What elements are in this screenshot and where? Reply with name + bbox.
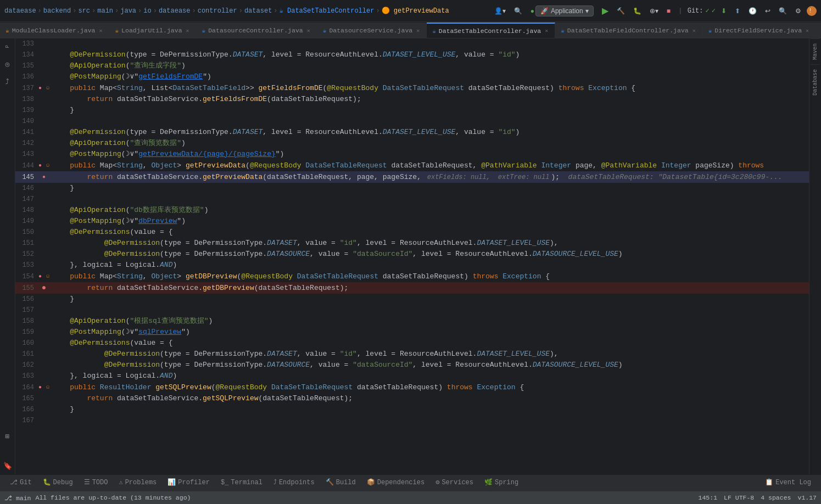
run-button[interactable]: ▶: [599, 4, 611, 17]
todo-tool-tab[interactable]: ☰ TODO: [79, 475, 114, 491]
bc-io[interactable]: io: [143, 7, 151, 15]
services-tool-tab[interactable]: ⚙ Services: [430, 475, 479, 491]
line-endings[interactable]: LF UTF-8: [724, 494, 754, 501]
version-info[interactable]: v1.17: [797, 494, 817, 501]
build-tool-tab[interactable]: 🔨 Build: [320, 475, 361, 491]
tab-close4[interactable]: ✕: [415, 27, 421, 35]
line-165: 165 return dataSetTableService.getSQLPre…: [15, 393, 809, 404]
search-button[interactable]: 🔍: [511, 6, 525, 16]
tab-queryprovider[interactable]: ☕ QueryProvider.j... ✕: [816, 23, 821, 38]
eventlog-tool-tab[interactable]: 📋 Event Log: [759, 475, 817, 491]
breakpoint-164[interactable]: ●: [38, 384, 42, 390]
tab-datasettablefieldcontroller[interactable]: ☕ DataSetTableFieldController.java ✕: [555, 23, 703, 38]
history-button[interactable]: 🕐: [746, 6, 759, 16]
java-icon3: ☕: [202, 27, 206, 34]
bc-method[interactable]: 🟠 getPreviewData: [382, 7, 449, 15]
line-150: 150 @DePermissions(value = {: [15, 227, 809, 238]
notification-button[interactable]: !: [807, 6, 817, 16]
sidebar-pull[interactable]: ⤴: [2, 76, 14, 88]
breakpoint-144[interactable]: ●: [38, 163, 42, 169]
endpoints-tool-tab[interactable]: ⤴ Endpoints: [268, 475, 320, 491]
bc-backend[interactable]: backend: [43, 7, 71, 15]
bc-dataease2[interactable]: dataease: [159, 7, 191, 15]
build-button[interactable]: 🔨: [614, 6, 628, 16]
endpoints-tool-icon: ⤴: [273, 478, 277, 486]
sidebar-commit[interactable]: ◎: [2, 58, 14, 70]
java-icon2: ☕: [115, 27, 119, 34]
settings-button[interactable]: ⚙: [792, 6, 804, 16]
git-tool-tab[interactable]: ⎇ Git: [4, 475, 37, 491]
left-sidebar: P ◎ ⤴ ⊞ 🔖: [0, 38, 15, 474]
debug-button[interactable]: 🐛: [630, 6, 644, 16]
tab-close[interactable]: ✕: [98, 27, 103, 35]
line-136: 136 @PostMapping(☽∨"getFieldsFromDE"): [15, 71, 809, 82]
git-check2-icon: ✓: [712, 7, 716, 15]
git-branch[interactable]: ⎇ main: [4, 494, 31, 502]
line-135: 135 @ApiOperation("查询生成字段"): [15, 60, 809, 71]
sidebar-project[interactable]: P: [2, 41, 14, 53]
stop-button[interactable]: ■: [664, 6, 673, 16]
dependencies-tool-tab[interactable]: 📦 Dependencies: [361, 475, 430, 491]
coverage-button[interactable]: ⊕▾: [647, 6, 661, 16]
tab-moduleclassloader[interactable]: ☕ ModuleClassLoader.java ✕: [0, 23, 109, 38]
tab-close3[interactable]: ✕: [306, 27, 311, 35]
bc-dataease[interactable]: dataease: [4, 7, 36, 15]
tools-bar: ⎇ Git 🐛 Debug ☰ TODO ⚠ Problems 📊 Profil…: [0, 474, 821, 491]
spring-tool-tab[interactable]: 🌿 Spring: [479, 475, 524, 491]
tab-datasourceservice[interactable]: ☕ DatasourceService.java ✕: [317, 23, 427, 38]
tab-close7[interactable]: ✕: [805, 27, 810, 35]
breakpoint-137[interactable]: ●: [38, 85, 42, 91]
tab-datasourcecontroller[interactable]: ☕ DatasourceController.java ✕: [197, 23, 317, 38]
code-container[interactable]: 133 134 @DePermission(type = DePermissio…: [15, 38, 809, 474]
line-144: 144 ● ☺ public Map<String, Object> getPr…: [15, 160, 809, 171]
main-area: P ◎ ⤴ ⊞ 🔖 133 134: [0, 38, 821, 474]
breakpoint-154[interactable]: ●: [38, 273, 42, 279]
bc-java[interactable]: java: [120, 7, 136, 15]
undo-button[interactable]: ↩: [762, 6, 773, 16]
profiler-tool-tab[interactable]: 📊 Profiler: [162, 475, 215, 491]
update-button[interactable]: ⬇: [718, 6, 729, 16]
run-config[interactable]: ● 🚀 Application ▾: [528, 4, 596, 18]
app-label[interactable]: 🚀 Application ▾: [535, 5, 594, 16]
dependencies-tool-icon: 📦: [367, 478, 375, 486]
java-icon4: ☕: [323, 27, 327, 34]
tab-loadjarutil[interactable]: ☕ LoadjarUtil.java ✕: [109, 23, 196, 38]
push-button[interactable]: ⬆: [732, 6, 743, 16]
debug-tool-icon: 🐛: [43, 478, 51, 486]
tab-datasettablecontroller[interactable]: ☕ DataSetTableController.java ✕: [427, 23, 555, 38]
database-panel[interactable]: Database: [811, 64, 820, 100]
tab-close5[interactable]: ✕: [544, 27, 549, 35]
line-155: 155 ● return dataSetTableService.getDBPr…: [15, 282, 809, 294]
sidebar-structure[interactable]: ⊞: [2, 430, 14, 443]
terminal-tool-tab[interactable]: $_ Terminal: [215, 475, 268, 491]
editor-area: 133 134 @DePermission(type = DePermissio…: [15, 38, 809, 474]
problems-tool-tab[interactable]: ⚠ Problems: [113, 475, 162, 491]
bc-dataset[interactable]: dataset: [244, 7, 272, 15]
java-icon5: ☕: [432, 27, 436, 35]
line-159: 159 @PostMapping(☽∨"sqlPreview"): [15, 327, 809, 338]
app-chevron-icon: ▾: [585, 7, 589, 15]
bc-controller-class[interactable]: ☕ DataSetTableController: [280, 7, 375, 15]
debug-tool-tab[interactable]: 🐛 Debug: [37, 475, 79, 491]
bc-main[interactable]: main: [97, 7, 113, 15]
tab-close2[interactable]: ✕: [185, 27, 191, 35]
indent-setting[interactable]: 4 spaces: [761, 494, 791, 501]
bc-src[interactable]: src: [78, 7, 90, 15]
bc-controller[interactable]: controller: [198, 7, 237, 15]
maven-panel[interactable]: Maven: [811, 38, 820, 64]
vcs-button[interactable]: 👤▾: [492, 6, 509, 16]
line-156: 156 }: [15, 294, 809, 305]
cursor-position[interactable]: 145:1: [699, 494, 718, 501]
line-162: 162 @DePermission(type = DePermissionTyp…: [15, 360, 809, 371]
breakpoint-145[interactable]: ●: [42, 174, 46, 180]
line-139: 139 }: [15, 105, 809, 116]
line-167: 167: [15, 415, 809, 426]
sidebar-bookmarks[interactable]: 🔖: [2, 460, 14, 472]
line-166: 166 }: [15, 404, 809, 415]
search2-button[interactable]: 🔍: [776, 6, 790, 16]
build-tool-icon: 🔨: [326, 478, 334, 486]
toolbar: dataease › backend › src › main › java ›…: [0, 0, 821, 22]
tab-directfieldservice[interactable]: ☕ DirectFieldService.java ✕: [703, 23, 816, 38]
code-table: 133 134 @DePermission(type = DePermissio…: [15, 38, 809, 426]
tab-close6[interactable]: ✕: [691, 27, 697, 35]
